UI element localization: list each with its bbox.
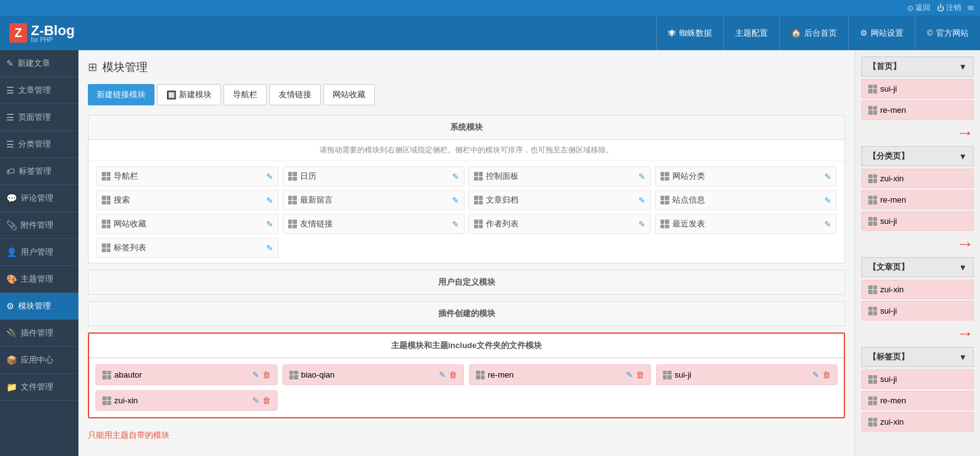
friend-link2-edit-icon[interactable]: ✎ [452,220,459,229]
right-module-sui-ji-category[interactable]: sui-ji [861,211,974,231]
right-module-zui-xin-tag[interactable]: zui-xin [861,412,974,432]
right-sui-ji-tag-icon [868,375,877,384]
sidebar-item-attachment-manage[interactable]: 📎 附件管理 [0,212,78,239]
right-section-tag-header[interactable]: 【标签页】 ▼ [861,347,974,367]
tab-site-fav[interactable]: 网站收藏 [323,84,375,105]
biao-qian-edit-icon[interactable]: ✎ [439,370,446,379]
sidebar-item-user-manage[interactable]: 👤 用户管理 [0,239,78,266]
system-modules-header: 系统模块 [89,115,844,140]
control-panel-grid-icon [474,172,483,181]
module-tag-list[interactable]: 标签列表 ✎ [96,238,279,258]
article-archive-grid-icon [474,196,483,204]
module-article-archive[interactable]: 文章归档 ✎ [468,190,651,210]
mail-link[interactable]: ✉ [967,4,974,13]
spider-data-button[interactable]: 🕷 蜘蛛数据 [656,16,723,50]
module-calendar[interactable]: 日历 ✎ [283,166,465,186]
system-modules-grid: 导航栏 ✎ 日历 ✎ [89,161,844,263]
category-dropdown-icon[interactable]: ▼ [959,152,967,161]
tab-friend-link[interactable]: 友情链接 [269,84,321,105]
right-module-zui-xin-category[interactable]: zui-xin [861,169,974,188]
sidebar-item-theme-manage[interactable]: 🎨 主题管理 [0,266,78,293]
module-site-fav2[interactable]: 网站收藏 ✎ [96,214,279,234]
theme-module-biao-qian[interactable]: biao-qian ✎ 🗑 [283,364,465,385]
theme-module-sui-ji[interactable]: sui-ji ✎ 🗑 [656,364,838,385]
right-module-sui-ji-tag[interactable]: sui-ji [861,369,974,389]
sidebar-item-plugin-manage[interactable]: 🔌 插件管理 [0,320,78,347]
theme-config-button[interactable]: 主题配置 [723,16,779,50]
zui-xin-edit-icon[interactable]: ✎ [252,396,259,405]
sidebar-item-new-article[interactable]: ✎ 新建文章 [0,50,78,77]
latest-comment-edit-icon[interactable]: ✎ [452,196,459,205]
system-modules-desc: 请拖动需要的模块到右侧区域指定侧栏。侧栏中的模块可排序，也可拖至左侧区域移除。 [89,140,844,161]
module-recent-post[interactable]: 最近发表 ✎ [655,214,837,234]
module-latest-comment[interactable]: 最新留言 ✎ [283,190,465,210]
return-link[interactable]: ⊙ 返回 [907,3,930,13]
tab-new-module[interactable]: 🔲 新建模块 [157,84,221,105]
theme-manage-icon: 🎨 [6,274,17,284]
tag-dropdown-icon[interactable]: ▼ [959,353,967,362]
biao-qian-grid-icon [289,371,298,379]
backend-home-button[interactable]: 🏠 后台首页 [779,16,848,50]
right-module-sui-ji-article[interactable]: sui-ji [861,301,974,321]
site-settings-button[interactable]: ⚙ 网站设置 [848,16,915,50]
right-module-re-men-home[interactable]: re-men [861,100,974,120]
module-author-list[interactable]: 作者列表 ✎ [468,214,651,234]
logo-area: Z Z-Blog for PHP [0,16,656,50]
mail-icon: ✉ [967,4,974,13]
site-category-edit-icon[interactable]: ✎ [824,172,831,181]
author-list-edit-icon[interactable]: ✎ [638,220,645,229]
abautor-edit-icon[interactable]: ✎ [252,370,259,379]
tab-nav[interactable]: 导航栏 [223,84,267,105]
sidebar-item-comment-manage[interactable]: 💬 评论管理 [0,185,78,212]
recent-post-edit-icon[interactable]: ✎ [824,220,831,229]
module-friend-link2[interactable]: 友情链接 ✎ [283,214,465,234]
search-edit-icon[interactable]: ✎ [266,196,273,205]
right-module-sui-ji-home[interactable]: sui-ji [861,79,974,98]
sidebar-item-file-manage[interactable]: 📁 文件管理 [0,374,78,401]
theme-module-abautor[interactable]: abautor ✎ 🗑 [95,364,277,385]
module-search[interactable]: 搜索 ✎ [96,190,279,210]
module-site-category[interactable]: 网站分类 ✎ [655,166,837,186]
re-men-edit-icon[interactable]: ✎ [626,370,633,379]
right-module-re-men-tag[interactable]: re-men [861,391,974,410]
right-module-re-men-category[interactable]: re-men [861,190,974,209]
theme-module-zui-xin[interactable]: zui-xin ✎ 🗑 [95,390,277,411]
site-fav2-edit-icon[interactable]: ✎ [266,220,273,229]
official-site-button[interactable]: © 官方网站 [915,16,980,50]
article-dropdown-icon[interactable]: ▼ [959,263,967,272]
right-section-category-header[interactable]: 【分类页】 ▼ [861,146,974,166]
sidebar-item-tag-manage[interactable]: 🏷 标签管理 [0,158,78,185]
tag-list-edit-icon[interactable]: ✎ [266,243,273,253]
module-nav-bar[interactable]: 导航栏 ✎ [96,166,279,186]
module-site-info[interactable]: 站点信息 ✎ [655,190,837,210]
sidebar-item-module-manage[interactable]: ⚙ 模块管理 [0,293,78,320]
biao-qian-delete-icon[interactable]: 🗑 [449,370,457,379]
control-panel-edit-icon[interactable]: ✎ [638,172,645,181]
sidebar-item-category-manage[interactable]: ☰ 分类管理 [0,131,78,158]
abautor-delete-icon[interactable]: 🗑 [262,370,271,379]
re-men-delete-icon[interactable]: 🗑 [636,370,644,379]
tag-list-grid-icon [102,243,110,252]
site-info-edit-icon[interactable]: ✎ [824,196,831,205]
site-info-grid-icon [660,196,669,204]
sidebar-item-app-center[interactable]: 📦 应用中心 [0,347,78,374]
sui-ji-edit-icon[interactable]: ✎ [812,370,819,379]
right-module-zui-xin-article[interactable]: zui-xin [861,280,974,299]
home-dropdown-icon[interactable]: ▼ [959,62,967,72]
right-section-article-header[interactable]: 【文章页】 ▼ [861,257,974,277]
theme-module-re-men[interactable]: re-men ✎ 🗑 [469,364,651,385]
sidebar-item-page-manage[interactable]: ☰ 页面管理 [0,104,78,131]
zui-xin-delete-icon[interactable]: 🗑 [262,396,271,405]
spider-icon: 🕷 [668,28,676,38]
sui-ji-delete-icon[interactable]: 🗑 [822,370,831,379]
right-section-home-header[interactable]: 【首页】 ▼ [861,56,974,77]
tab-new-link-module[interactable]: 新建链接模块 [88,84,154,105]
sidebar-item-article-manage[interactable]: ☰ 文章管理 [0,77,78,104]
site-category-grid-icon [660,172,669,181]
module-control-panel[interactable]: 控制面板 ✎ [468,166,651,186]
nav-bar-edit-icon[interactable]: ✎ [266,172,273,181]
article-archive-edit-icon[interactable]: ✎ [638,196,645,205]
calendar-edit-icon[interactable]: ✎ [452,172,459,181]
logout-link[interactable]: ⏻ 注销 [937,3,961,13]
arrow-category: → [861,234,974,254]
